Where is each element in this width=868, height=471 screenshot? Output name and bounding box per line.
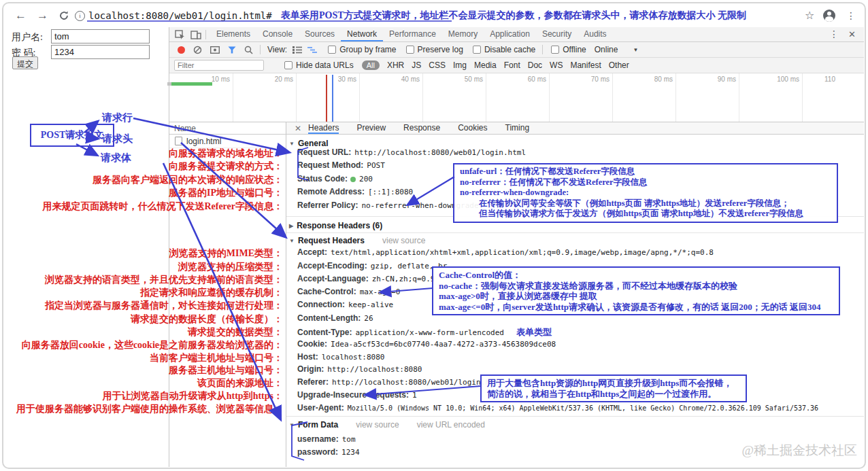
- chevron-down-icon[interactable]: ▼: [633, 47, 638, 53]
- watermark: @稀土掘金技术社区: [742, 442, 858, 459]
- filter-type-font[interactable]: Font: [504, 60, 520, 70]
- detail-tab-timing[interactable]: Timing: [505, 122, 530, 134]
- url-bar[interactable]: localhost:8080/web01/login.html#: [88, 4, 272, 27]
- tab-security[interactable]: Security: [536, 27, 578, 41]
- tab-sources[interactable]: Sources: [299, 27, 341, 41]
- tab-performance[interactable]: Performance: [383, 27, 442, 41]
- filter-type-xhr[interactable]: XHR: [387, 60, 404, 70]
- tab-audits[interactable]: Audits: [578, 27, 612, 41]
- throttling-select[interactable]: Online: [595, 45, 618, 54]
- submit-button[interactable]: 提交: [12, 56, 38, 69]
- section-request-headers[interactable]: ▼Request Headersview source: [289, 236, 425, 245]
- filter-funnel-icon[interactable]: [228, 46, 236, 54]
- view-url-encoded-link[interactable]: view URL encoded: [417, 420, 485, 430]
- site-info-icon[interactable]: i: [75, 11, 85, 21]
- view-large-rows-icon[interactable]: [293, 46, 302, 54]
- divider: [542, 45, 543, 54]
- tab-application[interactable]: Application: [484, 27, 536, 41]
- diagram-label-request-line: 请求行: [102, 111, 133, 124]
- section-divider: [286, 232, 864, 233]
- devtools-tabbar: Elements Console Sources Network Perform…: [169, 27, 864, 42]
- red-note-accept-encoding: 浏览器支持的压缩类型：: [178, 261, 283, 273]
- group-by-frame-checkbox[interactable]: Group by frame: [328, 45, 396, 54]
- header-row-connection: Connection:keep-alive: [297, 300, 393, 309]
- forward-icon[interactable]: →: [37, 4, 48, 27]
- request-row-login[interactable]: login.html: [169, 135, 286, 148]
- tab-console[interactable]: Console: [256, 27, 299, 41]
- detail-tab-response[interactable]: Response: [403, 122, 440, 134]
- name-column-header[interactable]: Name: [169, 122, 286, 135]
- search-icon[interactable]: [244, 46, 253, 54]
- section-general[interactable]: ▼General: [289, 139, 329, 148]
- gridline: [549, 73, 550, 122]
- view-source-link[interactable]: view source: [382, 236, 425, 245]
- clear-icon[interactable]: [193, 46, 202, 54]
- tab-network[interactable]: Network: [341, 27, 383, 41]
- detail-tab-headers[interactable]: Headers: [308, 122, 339, 134]
- filmstrip-icon[interactable]: [210, 46, 220, 54]
- detail-tab-preview[interactable]: Preview: [356, 122, 386, 134]
- tick-label: 30 ms: [318, 75, 356, 83]
- gridline: [739, 73, 739, 122]
- header-row-request-url: Request URL:http://localhost:8080/web01/…: [297, 147, 526, 157]
- device-toolbar-icon[interactable]: [190, 30, 201, 39]
- bookmark-star-icon[interactable]: ☆: [805, 4, 814, 27]
- network-overview[interactable]: 10 ms 20 ms 30 ms 40 ms 50 ms 60 ms 70 m…: [169, 73, 864, 122]
- header-row-referer: Referer:http://localhost:8080/web01/logi…: [297, 377, 503, 387]
- preserve-log-checkbox[interactable]: Preserve log: [406, 45, 463, 54]
- triangle-down-icon: ▼: [289, 422, 295, 428]
- inspect-element-icon[interactable]: [175, 30, 185, 39]
- header-row-cookie: Cookie:Idea-a5cf53cd=6bc07740-4aa7-4272-…: [297, 339, 556, 349]
- section-response-headers[interactable]: ▶Response Headers (6): [289, 221, 382, 230]
- gridline: [612, 73, 613, 122]
- header-row-accept-language: Accept-Language:zh-CN,zh;q=0.9: [297, 274, 435, 283]
- tab-elements[interactable]: Elements: [210, 27, 256, 41]
- devtools-close-icon[interactable]: ✕: [848, 29, 856, 39]
- filter-type-ws[interactable]: WS: [550, 60, 563, 70]
- record-icon[interactable]: [178, 46, 185, 54]
- section-form-data[interactable]: ▼Form Dataview sourceview URL encoded: [289, 420, 485, 430]
- filter-input[interactable]: [174, 60, 264, 71]
- section-divider: [286, 416, 864, 417]
- red-note-request-method: 向服务器提交请求的方式：: [169, 160, 283, 173]
- gridline: [422, 73, 423, 122]
- offline-checkbox[interactable]: Offline: [551, 45, 586, 54]
- filter-type-css[interactable]: CSS: [429, 60, 446, 70]
- red-note-accept-language: 浏览器支持的语言类型，并且优先支持靠前的语言类型：: [45, 274, 283, 286]
- filter-type-other[interactable]: Other: [609, 60, 629, 70]
- domcontentloaded-line: [332, 75, 333, 122]
- gridline: [802, 73, 803, 122]
- back-icon[interactable]: ←: [15, 4, 27, 27]
- tick-label: 40 ms: [382, 75, 420, 83]
- detail-tab-cookies[interactable]: Cookies: [458, 122, 487, 134]
- filter-type-img[interactable]: Img: [453, 60, 467, 70]
- disable-cache-checkbox[interactable]: Disable cache: [473, 45, 535, 54]
- username-field[interactable]: [51, 29, 150, 43]
- status-green-icon: [350, 177, 356, 182]
- red-note-origin: 服务器主机地址与端口号：: [169, 364, 283, 377]
- devtools-menu-icon[interactable]: ⋮: [829, 27, 839, 41]
- header-row-referrer-policy: Referrer Policy:no-referrer-when-downgra…: [297, 200, 479, 210]
- triangle-down-icon: ▼: [289, 141, 295, 147]
- profile-avatar[interactable]: [823, 10, 835, 22]
- filter-type-doc[interactable]: Doc: [528, 60, 542, 70]
- overview-response-bar: [171, 82, 212, 86]
- view-waterfall-icon[interactable]: [307, 46, 317, 54]
- red-note-referrer-policy: 用来规定页面跳转时，什么情况下发送Referer字段信息：: [42, 200, 283, 213]
- reload-icon[interactable]: [59, 10, 69, 21]
- browser-menu-icon[interactable]: ⋮: [846, 4, 856, 27]
- gridline: [675, 73, 676, 122]
- header-row-cache-control: Cache-Control:max-age=0: [297, 287, 400, 296]
- header-row-content-length: Content-Length:26: [297, 313, 373, 323]
- red-note-connection: 指定当浏览器与服务器通信时，对长连接如何进行处理：: [45, 300, 283, 312]
- password-field[interactable]: [51, 45, 150, 59]
- filter-type-media[interactable]: Media: [474, 60, 497, 70]
- tab-memory[interactable]: Memory: [442, 27, 484, 41]
- filter-type-all[interactable]: All: [362, 60, 380, 70]
- close-detail-icon[interactable]: ✕: [295, 124, 301, 133]
- view-source-link[interactable]: view source: [356, 420, 399, 430]
- hide-data-urls-checkbox[interactable]: Hide data URLs: [284, 60, 354, 70]
- gridline: [359, 73, 360, 122]
- filter-type-manifest[interactable]: Manifest: [570, 60, 601, 70]
- filter-type-js[interactable]: JS: [412, 60, 421, 70]
